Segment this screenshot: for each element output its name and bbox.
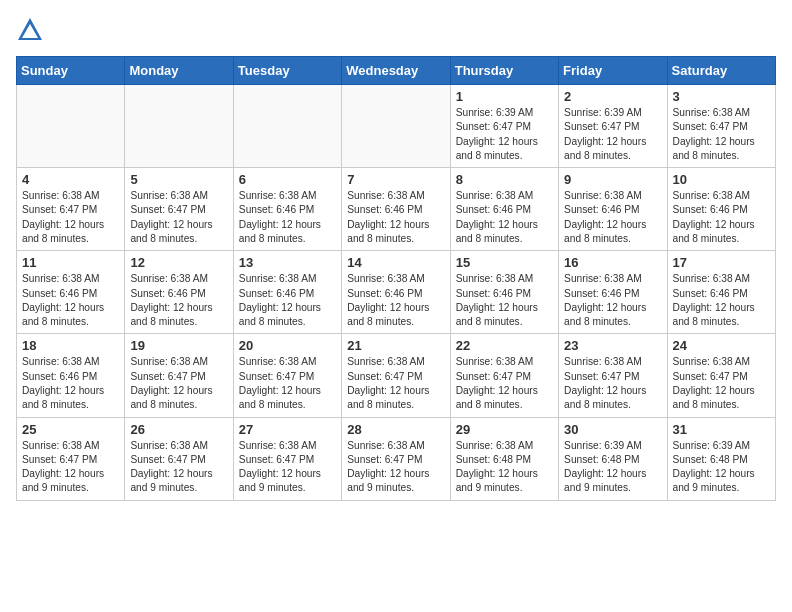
day-number: 4 (22, 172, 119, 187)
day-info: Sunrise: 6:38 AM Sunset: 6:47 PM Dayligh… (22, 189, 119, 246)
calendar-cell: 8Sunrise: 6:38 AM Sunset: 6:46 PM Daylig… (450, 168, 558, 251)
calendar-cell: 16Sunrise: 6:38 AM Sunset: 6:46 PM Dayli… (559, 251, 667, 334)
col-header-wednesday: Wednesday (342, 57, 450, 85)
day-number: 1 (456, 89, 553, 104)
day-info: Sunrise: 6:39 AM Sunset: 6:48 PM Dayligh… (564, 439, 661, 496)
day-number: 23 (564, 338, 661, 353)
day-number: 22 (456, 338, 553, 353)
day-info: Sunrise: 6:38 AM Sunset: 6:47 PM Dayligh… (130, 439, 227, 496)
day-number: 18 (22, 338, 119, 353)
day-info: Sunrise: 6:38 AM Sunset: 6:46 PM Dayligh… (564, 272, 661, 329)
calendar-cell: 11Sunrise: 6:38 AM Sunset: 6:46 PM Dayli… (17, 251, 125, 334)
day-number: 27 (239, 422, 336, 437)
calendar-week-5: 25Sunrise: 6:38 AM Sunset: 6:47 PM Dayli… (17, 417, 776, 500)
day-info: Sunrise: 6:38 AM Sunset: 6:46 PM Dayligh… (347, 272, 444, 329)
col-header-sunday: Sunday (17, 57, 125, 85)
day-number: 15 (456, 255, 553, 270)
calendar-week-2: 4Sunrise: 6:38 AM Sunset: 6:47 PM Daylig… (17, 168, 776, 251)
day-number: 21 (347, 338, 444, 353)
calendar-cell: 17Sunrise: 6:38 AM Sunset: 6:46 PM Dayli… (667, 251, 775, 334)
calendar-cell: 2Sunrise: 6:39 AM Sunset: 6:47 PM Daylig… (559, 85, 667, 168)
calendar-cell: 29Sunrise: 6:38 AM Sunset: 6:48 PM Dayli… (450, 417, 558, 500)
day-number: 30 (564, 422, 661, 437)
calendar-cell: 25Sunrise: 6:38 AM Sunset: 6:47 PM Dayli… (17, 417, 125, 500)
day-number: 13 (239, 255, 336, 270)
calendar-cell: 31Sunrise: 6:39 AM Sunset: 6:48 PM Dayli… (667, 417, 775, 500)
day-info: Sunrise: 6:38 AM Sunset: 6:48 PM Dayligh… (456, 439, 553, 496)
calendar-cell: 3Sunrise: 6:38 AM Sunset: 6:47 PM Daylig… (667, 85, 775, 168)
day-info: Sunrise: 6:38 AM Sunset: 6:46 PM Dayligh… (456, 189, 553, 246)
calendar-cell: 27Sunrise: 6:38 AM Sunset: 6:47 PM Dayli… (233, 417, 341, 500)
calendar-cell (17, 85, 125, 168)
calendar-cell: 30Sunrise: 6:39 AM Sunset: 6:48 PM Dayli… (559, 417, 667, 500)
day-number: 3 (673, 89, 770, 104)
day-info: Sunrise: 6:39 AM Sunset: 6:47 PM Dayligh… (564, 106, 661, 163)
calendar-cell: 4Sunrise: 6:38 AM Sunset: 6:47 PM Daylig… (17, 168, 125, 251)
day-info: Sunrise: 6:38 AM Sunset: 6:46 PM Dayligh… (239, 272, 336, 329)
day-info: Sunrise: 6:38 AM Sunset: 6:47 PM Dayligh… (347, 439, 444, 496)
day-number: 7 (347, 172, 444, 187)
day-number: 5 (130, 172, 227, 187)
calendar-cell: 24Sunrise: 6:38 AM Sunset: 6:47 PM Dayli… (667, 334, 775, 417)
day-number: 14 (347, 255, 444, 270)
day-number: 19 (130, 338, 227, 353)
calendar-week-4: 18Sunrise: 6:38 AM Sunset: 6:46 PM Dayli… (17, 334, 776, 417)
calendar-cell: 6Sunrise: 6:38 AM Sunset: 6:46 PM Daylig… (233, 168, 341, 251)
calendar-week-3: 11Sunrise: 6:38 AM Sunset: 6:46 PM Dayli… (17, 251, 776, 334)
day-info: Sunrise: 6:38 AM Sunset: 6:46 PM Dayligh… (564, 189, 661, 246)
day-info: Sunrise: 6:39 AM Sunset: 6:48 PM Dayligh… (673, 439, 770, 496)
day-info: Sunrise: 6:38 AM Sunset: 6:47 PM Dayligh… (130, 189, 227, 246)
calendar-cell: 22Sunrise: 6:38 AM Sunset: 6:47 PM Dayli… (450, 334, 558, 417)
day-info: Sunrise: 6:38 AM Sunset: 6:47 PM Dayligh… (673, 106, 770, 163)
calendar-table: SundayMondayTuesdayWednesdayThursdayFrid… (16, 56, 776, 501)
day-info: Sunrise: 6:38 AM Sunset: 6:47 PM Dayligh… (673, 355, 770, 412)
calendar-cell: 10Sunrise: 6:38 AM Sunset: 6:46 PM Dayli… (667, 168, 775, 251)
calendar-cell: 14Sunrise: 6:38 AM Sunset: 6:46 PM Dayli… (342, 251, 450, 334)
calendar-cell: 13Sunrise: 6:38 AM Sunset: 6:46 PM Dayli… (233, 251, 341, 334)
col-header-monday: Monday (125, 57, 233, 85)
calendar-cell (125, 85, 233, 168)
calendar-cell (233, 85, 341, 168)
calendar-cell: 5Sunrise: 6:38 AM Sunset: 6:47 PM Daylig… (125, 168, 233, 251)
day-number: 31 (673, 422, 770, 437)
calendar-cell: 7Sunrise: 6:38 AM Sunset: 6:46 PM Daylig… (342, 168, 450, 251)
day-number: 11 (22, 255, 119, 270)
calendar-cell: 9Sunrise: 6:38 AM Sunset: 6:46 PM Daylig… (559, 168, 667, 251)
day-number: 12 (130, 255, 227, 270)
day-info: Sunrise: 6:38 AM Sunset: 6:46 PM Dayligh… (22, 355, 119, 412)
day-info: Sunrise: 6:38 AM Sunset: 6:46 PM Dayligh… (673, 189, 770, 246)
day-number: 17 (673, 255, 770, 270)
day-info: Sunrise: 6:38 AM Sunset: 6:46 PM Dayligh… (239, 189, 336, 246)
calendar-header-row: SundayMondayTuesdayWednesdayThursdayFrid… (17, 57, 776, 85)
day-info: Sunrise: 6:38 AM Sunset: 6:47 PM Dayligh… (456, 355, 553, 412)
calendar-week-1: 1Sunrise: 6:39 AM Sunset: 6:47 PM Daylig… (17, 85, 776, 168)
calendar-cell: 21Sunrise: 6:38 AM Sunset: 6:47 PM Dayli… (342, 334, 450, 417)
day-number: 26 (130, 422, 227, 437)
day-info: Sunrise: 6:38 AM Sunset: 6:46 PM Dayligh… (673, 272, 770, 329)
day-info: Sunrise: 6:38 AM Sunset: 6:47 PM Dayligh… (239, 439, 336, 496)
day-info: Sunrise: 6:38 AM Sunset: 6:47 PM Dayligh… (347, 355, 444, 412)
col-header-thursday: Thursday (450, 57, 558, 85)
day-number: 16 (564, 255, 661, 270)
calendar-cell: 19Sunrise: 6:38 AM Sunset: 6:47 PM Dayli… (125, 334, 233, 417)
day-info: Sunrise: 6:38 AM Sunset: 6:46 PM Dayligh… (130, 272, 227, 329)
day-number: 25 (22, 422, 119, 437)
calendar-cell (342, 85, 450, 168)
day-info: Sunrise: 6:38 AM Sunset: 6:47 PM Dayligh… (22, 439, 119, 496)
calendar-cell: 1Sunrise: 6:39 AM Sunset: 6:47 PM Daylig… (450, 85, 558, 168)
col-header-friday: Friday (559, 57, 667, 85)
calendar-cell: 23Sunrise: 6:38 AM Sunset: 6:47 PM Dayli… (559, 334, 667, 417)
day-number: 10 (673, 172, 770, 187)
logo-icon (16, 16, 44, 44)
logo (16, 16, 48, 44)
calendar-cell: 12Sunrise: 6:38 AM Sunset: 6:46 PM Dayli… (125, 251, 233, 334)
page-header (16, 16, 776, 44)
calendar-cell: 18Sunrise: 6:38 AM Sunset: 6:46 PM Dayli… (17, 334, 125, 417)
calendar-cell: 15Sunrise: 6:38 AM Sunset: 6:46 PM Dayli… (450, 251, 558, 334)
day-info: Sunrise: 6:38 AM Sunset: 6:47 PM Dayligh… (239, 355, 336, 412)
day-number: 2 (564, 89, 661, 104)
col-header-tuesday: Tuesday (233, 57, 341, 85)
day-number: 24 (673, 338, 770, 353)
day-info: Sunrise: 6:38 AM Sunset: 6:46 PM Dayligh… (22, 272, 119, 329)
day-info: Sunrise: 6:38 AM Sunset: 6:47 PM Dayligh… (130, 355, 227, 412)
